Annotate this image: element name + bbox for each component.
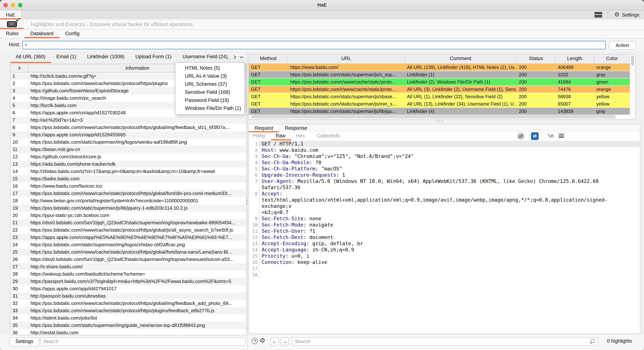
- table-row[interactable]: 28 https://wakeup.baidu.com/baidudict/sc…: [11, 270, 246, 278]
- subtab-pretty[interactable]: Pretty: [252, 133, 266, 139]
- column-url[interactable]: URL: [288, 54, 405, 63]
- subtab-raw[interactable]: Raw: [276, 133, 286, 139]
- chevron-down-icon[interactable]: [240, 56, 244, 59]
- column-method[interactable]: Method: [249, 54, 288, 63]
- table-row[interactable]: 30 https://apps.apple.com/app/id42794101…: [11, 285, 246, 293]
- table-row[interactable]: 35 https://pss.bdstatic.com/static/super…: [11, 322, 246, 329]
- dropdown-item[interactable]: URL As A Value (3): [176, 72, 244, 80]
- column-length[interactable]: Length: [556, 54, 594, 63]
- table-row[interactable]: 18 http://www.beian.gov.cn/portal/regist…: [11, 197, 246, 204]
- table-row[interactable]: 10 https://pss.bdstatic.com/static/super…: [11, 139, 246, 146]
- row-url: https://pss.bdstatic.com/r/www/cache/sta…: [28, 190, 246, 197]
- line-number: 9: [249, 215, 260, 222]
- request-row[interactable]: GET https://pss.bdstatic.com/r/www/cache…: [249, 78, 630, 85]
- table-row[interactable]: 31 http://passport.baidu.com/ubrwsbas: [11, 293, 246, 300]
- table-row[interactable]: 21 https://dss0.bdstatic.com/5aV1bjqh_Q2…: [11, 219, 246, 226]
- request-row[interactable]: GET https://www.baidu.com/ All URL (139)…: [249, 64, 630, 71]
- tab-upload-form[interactable]: Upload Form (1): [130, 51, 177, 63]
- next-button[interactable]: →: [280, 337, 289, 346]
- request-row[interactable]: GET https://pss.bdstatic.com/r/www/cache…: [249, 86, 630, 93]
- host-input[interactable]: *: [22, 41, 606, 49]
- dock-window-icon[interactable]: [594, 12, 602, 17]
- vertical-scrollbar[interactable]: [630, 54, 635, 119]
- chevron-right-icon[interactable]: [234, 55, 236, 59]
- prev-button[interactable]: ←: [270, 337, 279, 346]
- table-row[interactable]: 27 http://s.share.baidu.com/: [11, 263, 246, 270]
- row-url: https://wakeup.baidu.com/baidudict/schem…: [28, 270, 246, 278]
- tab-linkfinder[interactable]: Linkfinder (1009): [82, 51, 130, 63]
- table-row[interactable]: 7 http://a/c%20d?a=1&c=3: [11, 117, 246, 124]
- table-row[interactable]: 25 https://pss.bdstatic.com/r/www/cache/…: [11, 248, 246, 256]
- table-row[interactable]: 29 https://passport.baidu.com/v2/?login&…: [11, 278, 246, 285]
- newline-icon[interactable]: \n: [548, 133, 554, 139]
- dropdown-item[interactable]: Password Field (19): [176, 96, 244, 104]
- request-line: 10 Sec-Fetch-Mode: navigate: [249, 222, 640, 228]
- column-color[interactable]: Color: [594, 54, 630, 63]
- settings-button-left[interactable]: Settings: [10, 337, 39, 346]
- table-row[interactable]: 15 https://baike.baidu.com: [11, 175, 246, 182]
- request-row[interactable]: GET https://pss.bdstatic.com/static/supe…: [249, 71, 630, 78]
- subtab-collectinfo[interactable]: CollectInfo: [317, 133, 340, 139]
- request-row[interactable]: GET https://pss.bdstatic.com/static/supe…: [249, 100, 630, 107]
- gear-icon-bottom[interactable]: ⚙: [260, 337, 265, 345]
- nav-tabs: Rules Databoard Config: [0, 30, 644, 38]
- column-comment[interactable]: Comment: [405, 54, 517, 63]
- table-row[interactable]: 14 http://zhidao.baidu.com/q?ct=17&amp;p…: [11, 168, 246, 175]
- tab-email[interactable]: Email (1): [51, 51, 82, 63]
- settings-button[interactable]: Settings: [622, 12, 639, 17]
- panel-divider[interactable]: [247, 51, 248, 350]
- table-row[interactable]: 24 https://pss.bdstatic.com/static/super…: [11, 241, 246, 248]
- right-search-input[interactable]: Search: [292, 337, 598, 346]
- dropdown-item[interactable]: URL Schemes (37): [176, 80, 244, 88]
- request-row[interactable]: GET https://pss.bdstatic.com/static/supe…: [249, 108, 630, 115]
- row-url: https://pss.bdstatic.com/r/www/cache/sta…: [28, 300, 246, 307]
- table-row[interactable]: 23 https://apps.apple.com/cn/app/%E5%AE%…: [11, 234, 246, 241]
- column-status[interactable]: Status: [517, 54, 556, 63]
- tab-databoard[interactable]: Databoard: [24, 30, 59, 38]
- tab-config[interactable]: Config: [59, 30, 85, 38]
- table-row[interactable]: 32 https://pss.bdstatic.com/r/www/cache/…: [11, 300, 246, 307]
- request-line: 5 Sec-Ch-Ua-Platform: "macOS": [249, 166, 640, 172]
- tab-response[interactable]: Response: [279, 124, 313, 132]
- table-row[interactable]: 20 https://ppui-static-pc.cdn.bcebos.com: [11, 212, 246, 219]
- line-number: 13: [249, 240, 260, 247]
- table-row[interactable]: 13 https://ada.baidu.com/phone-tracker/s…: [11, 161, 246, 168]
- tab-hae[interactable]: HaE: [0, 10, 21, 19]
- request-row[interactable]: GET https://pss.bdstatic.com/static/supe…: [249, 93, 630, 100]
- table-row[interactable]: 33 https://pss.bdstatic.com/r/www/cache/…: [11, 307, 246, 315]
- table-row[interactable]: 26 https://dss0.bdstatic.com/5aV1bjqh_Q2…: [11, 256, 246, 263]
- help-icon[interactable]: ?: [252, 338, 258, 344]
- request-line: 2 Host: www.baidu.com: [249, 147, 640, 153]
- table-row[interactable]: 12 https://github.com/zloirock/core-js: [11, 153, 246, 161]
- table-row[interactable]: 9 https://apps.apple.com/cn/app/id152845…: [11, 131, 246, 139]
- table-row[interactable]: 8 https://pss.bdstatic.com/r/www/cache/s…: [11, 124, 246, 131]
- search-icon: [591, 339, 595, 343]
- dropdown-item[interactable]: Windows File/Dir Path (1): [176, 104, 244, 113]
- subtab-hex[interactable]: Hex: [296, 133, 305, 139]
- action-button[interactable]: Action: [609, 41, 636, 50]
- dropdown-item[interactable]: Sensitive Field (168): [176, 88, 244, 96]
- request-body[interactable]: 1 GET / HTTP/1.1 2 Host: www.baidu.com 3…: [249, 140, 640, 278]
- dropdown-item[interactable]: HTML Notes (5): [176, 64, 244, 72]
- menu-icon[interactable]: [559, 134, 564, 138]
- table-row[interactable]: 16 https://www.baidu.com/favicon.ico: [11, 182, 246, 190]
- column-index[interactable]: #: [11, 64, 28, 72]
- gear-icon[interactable]: ⚙: [614, 11, 620, 18]
- left-search-input[interactable]: Search: [40, 337, 246, 346]
- table-row[interactable]: 22 https://pss.bdstatic.com/r/www/cache/…: [11, 226, 246, 234]
- table-row[interactable]: 19 https://pss.bdstatic.com/static/super…: [11, 204, 246, 212]
- tab-request[interactable]: Request: [249, 124, 279, 132]
- tab-rules[interactable]: Rules: [0, 30, 24, 38]
- tab-all-url[interactable]: All URL (360): [10, 51, 51, 63]
- table-row[interactable]: 17 https://pss.bdstatic.com/r/www/cache/…: [11, 190, 246, 197]
- sync-icon[interactable]: ⇄: [531, 132, 539, 140]
- more-tabs-label[interactable]: ...: [226, 54, 231, 60]
- table-row[interactable]: 34 https://talent.baidu.com/jobs/list: [11, 315, 246, 322]
- eye-off-icon[interactable]: [517, 132, 525, 140]
- horizontal-scrollbar[interactable]: [251, 115, 616, 118]
- tab-username-field[interactable]: Username Field (24): [177, 51, 233, 63]
- table-row[interactable]: 36 http://sestat.baidu.com: [11, 329, 246, 335]
- vertical-splitter-handle[interactable]: [246, 198, 247, 204]
- table-row[interactable]: 11 https://beian.miit.gov.cn: [11, 146, 246, 153]
- horizontal-splitter-handle[interactable]: [437, 121, 443, 122]
